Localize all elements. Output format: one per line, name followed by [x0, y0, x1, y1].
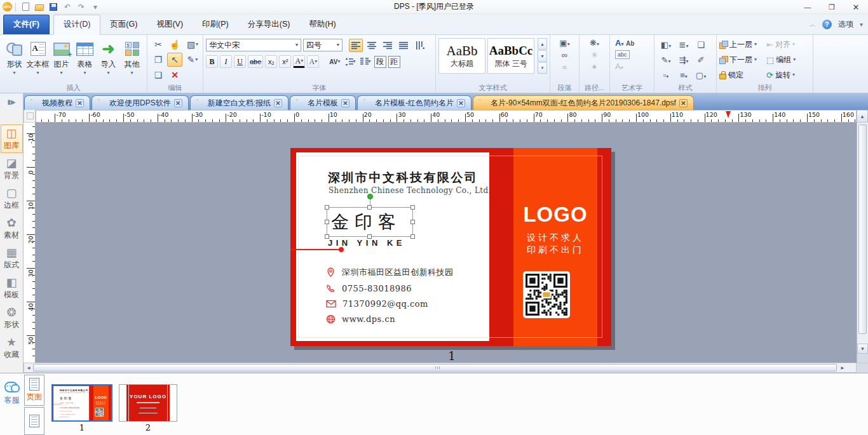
align-left-button[interactable]: [349, 39, 363, 52]
wordart-abc-button[interactable]: abc: [615, 50, 630, 59]
contact-row-address[interactable]: 深圳市福田区益田创新科技园: [326, 267, 454, 278]
thumbnail-page-2[interactable]: YOUR LOGO 2: [119, 384, 177, 432]
tab-close-icon[interactable]: ✕: [679, 99, 688, 107]
rotation-handle[interactable]: [367, 194, 373, 199]
cut-button[interactable]: ✂: [151, 37, 166, 51]
path-effect-button[interactable]: ❋▾: [590, 38, 599, 48]
highlight-color-button[interactable]: A▾: [307, 55, 319, 68]
align-justify-button[interactable]: [397, 39, 410, 52]
doc-tab-card-template[interactable]: DPS名片模板✕: [290, 95, 356, 110]
sidebar-item-favorites[interactable]: ★收藏: [1, 333, 23, 362]
scroll-right-button[interactable]: ►: [838, 363, 847, 372]
columns-button[interactable]: ▾: [359, 55, 372, 68]
slogan-line2[interactable]: 印刷不出门: [513, 244, 597, 256]
align-right-button[interactable]: [381, 39, 395, 52]
copy-button[interactable]: ❐: [151, 53, 166, 67]
fill-color-button[interactable]: ◧▾: [661, 40, 671, 50]
send-backward-button[interactable]: 下一层▾: [719, 55, 766, 65]
gallery-more-button[interactable]: ▾: [538, 62, 547, 74]
scroll-up-button[interactable]: ▲: [857, 110, 868, 123]
doc-tab-video-tutorial[interactable]: DPS视频教程✕: [24, 95, 90, 110]
text-style-item-title[interactable]: AaBb 大标题: [438, 38, 485, 74]
save-button[interactable]: [47, 1, 60, 13]
collapse-ribbon-icon[interactable]: ︿: [810, 20, 816, 29]
redo-button[interactable]: ↷: [75, 1, 88, 13]
doc-tab-red-card-template[interactable]: DPS名片模板-红色简约名片✕: [357, 95, 471, 110]
menu-tab-print[interactable]: 印刷(P): [193, 15, 238, 34]
copy-style-button[interactable]: ❏: [697, 40, 705, 50]
decor-red-line[interactable]: [290, 249, 341, 250]
gallery-scroll-up-button[interactable]: ▲: [538, 38, 547, 50]
insert-other-button[interactable]: 5 其他 ▾: [120, 37, 144, 76]
link-textframe-button[interactable]: ∞: [562, 50, 567, 60]
minimize-button[interactable]: —: [796, 0, 820, 14]
wordart-3d-button[interactable]: A▾: [615, 62, 623, 71]
menu-tab-design[interactable]: 设计(D): [53, 15, 100, 35]
brand-name-en[interactable]: JIN YIN KE: [328, 238, 405, 248]
superscript-button[interactable]: x²: [279, 55, 291, 68]
format-painter-button[interactable]: ✐: [698, 55, 705, 65]
insert-image-button[interactable]: 图片 ▾: [50, 37, 73, 76]
doc-tab-welcome[interactable]: DPS欢迎使用DPS软件✕: [92, 95, 189, 110]
menu-tab-share-export[interactable]: 分享导出(S): [238, 15, 300, 34]
line-color-button[interactable]: ✎▾: [661, 55, 671, 65]
tab-close-icon[interactable]: ✕: [174, 99, 182, 107]
contact-row-email[interactable]: 71370992@qq.com: [326, 298, 428, 309]
tab-close-icon[interactable]: ✕: [457, 99, 465, 107]
brand-name-cn[interactable]: 金印客: [331, 210, 402, 234]
logo-text[interactable]: LOGO: [513, 203, 597, 227]
h-scroll-thumb[interactable]: [33, 364, 837, 371]
open-button[interactable]: [33, 1, 46, 13]
paste-button[interactable]: ❏: [151, 68, 166, 82]
thumbnail-2-frame[interactable]: YOUR LOGO: [119, 384, 177, 422]
doc-tab-current-file[interactable]: DPS名片-90×54mm双面-红色简约名片20190306-1847.dpsf…: [473, 95, 694, 110]
line-spacing-button[interactable]: ▾: [344, 55, 357, 68]
quick-access-more-button[interactable]: ▾: [89, 1, 102, 13]
master-page-button[interactable]: [24, 407, 44, 435]
insert-textbox-button[interactable]: A 文本框 ▾: [26, 37, 50, 76]
strikethrough-button[interactable]: abe: [248, 55, 263, 68]
line-style-button[interactable]: ⇶▾: [679, 55, 689, 65]
select-tool-button[interactable]: ↖: [167, 53, 182, 67]
import-button[interactable]: ➜ 导入 ▾: [97, 37, 120, 76]
insert-table-button[interactable]: 表格 ▾: [73, 37, 97, 76]
sidebar-item-border[interactable]: ▢边框: [1, 184, 23, 213]
sidebar-item-material[interactable]: ✿素材: [1, 214, 23, 243]
options-button[interactable]: 选项: [838, 19, 853, 30]
lock-button[interactable]: 锁定: [719, 70, 766, 81]
line-weight-button[interactable]: ≡▾: [680, 70, 688, 80]
maximize-button[interactable]: ❐: [820, 0, 844, 14]
sidebar-item-template[interactable]: ◧模板: [1, 274, 23, 302]
subscript-button[interactable]: x₂: [265, 55, 277, 68]
vertical-scrollbar[interactable]: ▼: [857, 123, 868, 363]
resize-handle-n[interactable]: [367, 205, 372, 210]
menu-tab-view[interactable]: 视图(V): [147, 15, 193, 34]
undo-button[interactable]: ↶: [61, 1, 74, 13]
font-family-select[interactable]: 华文中宋 ▾: [206, 39, 301, 51]
align-center-button[interactable]: [365, 39, 379, 52]
contact-row-phone[interactable]: 0755-83018986: [326, 283, 412, 294]
spacing-cjk-button[interactable]: 距: [388, 56, 400, 68]
font-color-button[interactable]: A▾: [293, 55, 305, 68]
shape-effect-button[interactable]: ▢▾: [696, 70, 706, 80]
char-spacing-button[interactable]: AV▾: [328, 55, 341, 68]
tab-close-icon[interactable]: ✕: [341, 99, 349, 107]
menu-tab-page[interactable]: 页面(G): [100, 15, 147, 34]
tab-close-icon[interactable]: ✕: [76, 99, 84, 107]
text-wrap-button[interactable]: ▣▾: [559, 38, 569, 48]
image-edit-button[interactable]: ▧▾: [185, 37, 200, 51]
slogan-line1[interactable]: 设计不求人: [513, 232, 597, 244]
tab-close-icon[interactable]: ✕: [274, 99, 282, 107]
sidebar-item-gallery[interactable]: ◫图库: [1, 124, 23, 153]
sidebar-expander-button[interactable]: ▮▶: [0, 93, 24, 110]
vertical-text-button[interactable]: [412, 39, 426, 52]
gallery-scroll-down-button[interactable]: ▼: [538, 50, 547, 62]
doc-tab-new-blank[interactable]: DPS新建空白文档:报纸✕: [190, 95, 288, 110]
sidebar-item-background[interactable]: ◪背景: [1, 154, 23, 183]
resize-handle-w[interactable]: [325, 220, 329, 224]
wordart-style-button[interactable]: A▾ Ab: [615, 38, 634, 48]
underline-button[interactable]: U: [234, 55, 246, 68]
company-name-cn[interactable]: 深圳市中文科技有限公司: [328, 170, 478, 186]
insert-shape-button[interactable]: 形状 ▾: [3, 37, 26, 76]
bring-forward-button[interactable]: 上一层▾: [719, 39, 766, 50]
